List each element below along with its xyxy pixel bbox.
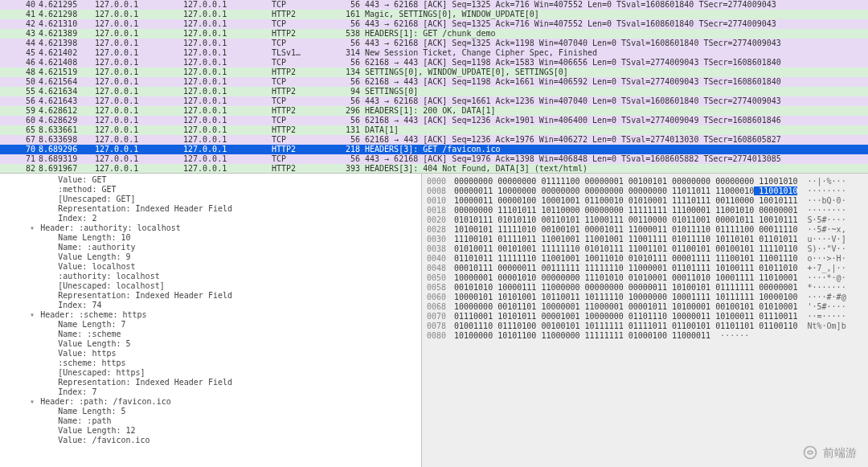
hex-line[interactable]: 000000000000 00000000 01111100 00000001 … — [427, 177, 863, 186]
hex-line[interactable]: 005010000001 00001010 00000000 11101010 … — [427, 273, 863, 283]
packet-row[interactable]: 414.621298127.0.0.1127.0.0.1HTTP2161Magi… — [0, 10, 868, 19]
packet-cell-time: 8.691967 — [39, 164, 95, 174]
hex-bytes: 01101011 11111110 11001001 10011010 0101… — [454, 254, 797, 264]
packet-row[interactable]: 708.689296127.0.0.1127.0.0.1HTTP2218HEAD… — [0, 145, 868, 154]
packet-cell-proto: TCP — [272, 116, 321, 125]
disclosure-triangle-icon[interactable]: ▾ — [29, 310, 35, 320]
packet-row[interactable]: 658.633661127.0.0.1127.0.0.1HTTP2131DATA… — [0, 125, 868, 135]
packet-cell-no: 60 — [5, 116, 39, 125]
detail-field: Representation: Indexed Header Field — [0, 291, 421, 301]
packet-cell-proto: HTTP2 — [272, 29, 321, 39]
detail-field: Value Length: 12 — [0, 426, 421, 436]
hex-line[interactable]: 004800010111 00000011 00111111 11111110 … — [427, 264, 863, 273]
lower-panes: Value: GET :method: GET [Unescaped: GET]… — [0, 174, 868, 467]
detail-header[interactable]: ▾ Header: :authority: localhost — [0, 223, 421, 233]
hex-ascii: o···>·H· — [797, 254, 845, 264]
hex-line[interactable]: 002001010111 01010110 00110101 11000111 … — [427, 215, 863, 225]
hex-bytes: 01010011 00101001 11111110 01010111 1100… — [454, 244, 797, 254]
packet-row[interactable]: 424.621310127.0.0.1127.0.0.1TCP56443 → 6… — [0, 19, 868, 29]
disclosure-triangle-icon[interactable]: ▾ — [29, 223, 35, 233]
packet-row[interactable]: 434.621389127.0.0.1127.0.0.1HTTP2538HEAD… — [0, 29, 868, 39]
packet-row[interactable]: 454.621402127.0.0.1127.0.0.1TLSv1…314New… — [0, 48, 868, 58]
packet-cell-time: 4.621298 — [39, 10, 95, 19]
packet-row[interactable]: 604.628629127.0.0.1127.0.0.1TCP5662168 →… — [0, 116, 868, 125]
hex-line[interactable]: 004001101011 11111110 11001001 10011010 … — [427, 254, 863, 264]
packet-cell-len: 56 — [321, 77, 365, 87]
packet-cell-dst: 127.0.0.1 — [183, 145, 272, 154]
packet-cell-len: 218 — [321, 145, 365, 154]
packet-cell-src: 127.0.0.1 — [95, 19, 183, 29]
packet-row[interactable]: 718.689319127.0.0.1127.0.0.1TCP56443 → 6… — [0, 154, 868, 164]
hex-bytes: 01001110 01110100 00100101 10111111 0111… — [454, 322, 797, 331]
packet-row[interactable]: 564.621643127.0.0.1127.0.0.1TCP56443 → 6… — [0, 96, 868, 106]
packet-row[interactable]: 404.621295127.0.0.1127.0.0.1TCP56443 → 6… — [0, 0, 868, 10]
hex-line[interactable]: 001800000000 11101011 10110000 00000000 … — [427, 206, 863, 215]
packet-cell-dst: 127.0.0.1 — [183, 116, 272, 125]
hex-line[interactable]: 006010000101 10101001 10110011 10111110 … — [427, 293, 863, 302]
hex-line[interactable]: 002810100101 11111010 00100101 00001011 … — [427, 225, 863, 235]
packet-row[interactable]: 594.628612127.0.0.1127.0.0.1HTTP2296HEAD… — [0, 106, 868, 116]
packet-cell-info: 443 → 62168 [ACK] Seq=1661 Ack=1236 Win=… — [365, 96, 868, 106]
packet-cell-info: HEADERS[3]: 404 Not Found, DATA[3] (text… — [365, 164, 868, 174]
packet-cell-src: 127.0.0.1 — [95, 106, 183, 116]
packet-cell-info: 62168 → 443 [ACK] Seq=1236 Ack=1976 Win=… — [365, 135, 868, 145]
packet-cell-time: 4.628612 — [39, 106, 95, 116]
packet-list[interactable]: 404.621295127.0.0.1127.0.0.1TCP56443 → 6… — [0, 0, 868, 174]
disclosure-triangle-icon[interactable]: ▾ — [29, 397, 35, 407]
hex-ascii: S)··"V·· — [797, 244, 845, 254]
hex-line[interactable]: 001010000011 00000100 10001001 01100010 … — [427, 196, 863, 206]
packet-row[interactable]: 828.691967127.0.0.1127.0.0.1HTTP2393HEAD… — [0, 164, 868, 174]
hex-ascii: ····*·@· — [797, 273, 845, 283]
packet-cell-dst: 127.0.0.1 — [183, 39, 272, 48]
hex-line[interactable]: 006810000000 00101101 10000001 11000001 … — [427, 302, 863, 312]
packet-row[interactable]: 464.621408127.0.0.1127.0.0.1TCP5662168 →… — [0, 58, 868, 68]
detail-field: Value: GET — [0, 175, 421, 185]
detail-field: Value Length: 5 — [0, 339, 421, 349]
packet-cell-proto: TCP — [272, 96, 321, 106]
detail-field: Representation: Indexed Header Field — [0, 378, 421, 387]
packet-row[interactable]: 554.621634127.0.0.1127.0.0.1HTTP294SETTI… — [0, 87, 868, 96]
detail-field: Value: localhost — [0, 262, 421, 272]
packet-cell-time: 8.633661 — [39, 125, 95, 135]
detail-field: Name Length: 5 — [0, 407, 421, 416]
hex-dump-pane[interactable]: 000000000000 00000000 01111100 00000001 … — [422, 174, 868, 467]
packet-cell-len: 56 — [321, 135, 365, 145]
packet-cell-info: DATA[1] — [365, 125, 868, 135]
hex-line[interactable]: 005800101010 10000111 11000000 00000000 … — [427, 283, 863, 293]
packet-details-pane[interactable]: Value: GET :method: GET [Unescaped: GET]… — [0, 174, 422, 467]
detail-header[interactable]: ▾ Header: :path: /favicon.ico — [0, 397, 421, 407]
hex-line[interactable]: 008010100000 10101100 11000000 11111111 … — [427, 331, 863, 341]
packet-cell-no: 65 — [5, 125, 39, 135]
detail-field: Name: :path — [0, 416, 421, 426]
packet-cell-time: 8.689296 — [39, 145, 95, 154]
hex-line[interactable]: 000800000011 10000000 00000000 00000000 … — [427, 186, 863, 196]
packet-row[interactable]: 678.633698127.0.0.1127.0.0.1TCP5662168 →… — [0, 135, 868, 145]
packet-cell-len: 56 — [321, 116, 365, 125]
hex-bytes: 00000000 11101011 10110000 00000000 1111… — [454, 206, 797, 215]
detail-field: Index: 74 — [0, 301, 421, 310]
packet-cell-len: 296 — [321, 106, 365, 116]
packet-cell-no: 41 — [5, 10, 39, 19]
packet-cell-dst: 127.0.0.1 — [183, 106, 272, 116]
packet-cell-len: 56 — [321, 39, 365, 48]
packet-row[interactable]: 504.621564127.0.0.1127.0.0.1TCP5662168 →… — [0, 77, 868, 87]
hex-offset: 0000 — [427, 177, 454, 186]
hex-line[interactable]: 007801001110 01110100 00100101 10111111 … — [427, 322, 863, 331]
packet-row[interactable]: 484.621519127.0.0.1127.0.0.1HTTP2134SETT… — [0, 68, 868, 77]
hex-line[interactable]: 003801010011 00101001 11111110 01010111 … — [427, 244, 863, 254]
packet-cell-no: 50 — [5, 77, 39, 87]
packet-cell-src: 127.0.0.1 — [95, 68, 183, 77]
packet-cell-proto: TCP — [272, 135, 321, 145]
hex-offset: 0078 — [427, 322, 454, 331]
packet-row[interactable]: 444.621398127.0.0.1127.0.0.1TCP56443 → 6… — [0, 39, 868, 48]
packet-cell-len: 314 — [321, 48, 365, 58]
hex-bytes: 01110001 10101011 00001001 10000000 0110… — [454, 312, 797, 322]
packet-cell-no: 67 — [5, 135, 39, 145]
packet-cell-dst: 127.0.0.1 — [183, 154, 272, 164]
detail-header[interactable]: ▾ Header: :scheme: https — [0, 310, 421, 320]
hex-line[interactable]: 003011100101 01111011 11001001 11001001 … — [427, 235, 863, 244]
packet-cell-no: 43 — [5, 29, 39, 39]
hex-ascii: '·5#···· — [797, 302, 845, 312]
hex-line[interactable]: 007001110001 10101011 00001001 10000000 … — [427, 312, 863, 322]
packet-cell-info: HEADERS[1]: GET /chunk_demo — [365, 29, 868, 39]
